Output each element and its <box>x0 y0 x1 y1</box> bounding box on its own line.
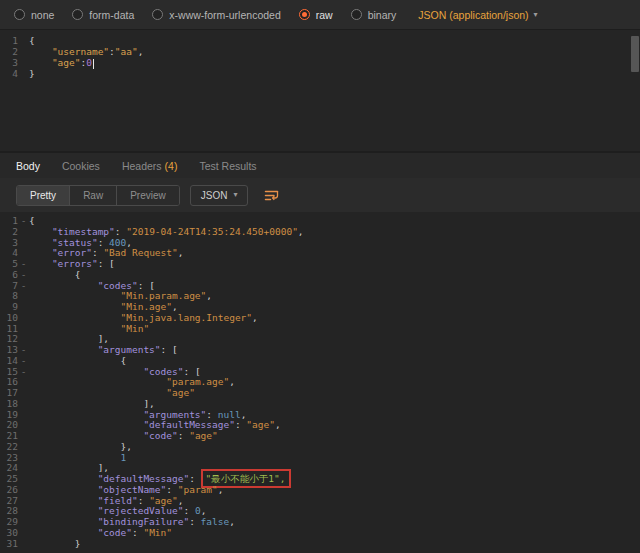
code-token: , <box>172 301 178 312</box>
code-token <box>29 290 121 301</box>
code-token: : <box>92 247 103 258</box>
code-token: , <box>201 505 207 516</box>
code-token: "defaultMessage" <box>143 419 235 430</box>
body-type-raw[interactable]: raw <box>299 9 333 21</box>
code-token <box>29 269 75 280</box>
code-token: "age" <box>189 430 218 441</box>
fold-gutter <box>18 291 29 302</box>
radio-icon <box>152 9 163 20</box>
fold-toggle-icon[interactable]: - <box>18 281 29 292</box>
code-token: 1 <box>121 452 127 463</box>
code-token: "Min.param.age" <box>121 290 207 301</box>
fold-gutter <box>18 496 29 507</box>
line-number: 31 <box>0 539 18 550</box>
body-type-form-data[interactable]: form-data <box>72 9 134 21</box>
fold-toggle-icon[interactable]: - <box>18 367 29 378</box>
language-dropdown[interactable]: JSON ▾ <box>190 185 249 206</box>
code-token: "param" <box>178 484 218 495</box>
code-token: "age" <box>52 57 81 68</box>
code-token: "arguments" <box>98 344 161 355</box>
wrap-lines-icon[interactable] <box>260 187 283 204</box>
code-token <box>29 495 98 506</box>
code-token: , <box>229 516 235 527</box>
response-toolbar: Pretty Raw Preview JSON ▾ <box>0 178 640 212</box>
code-token: "arguments" <box>143 409 206 420</box>
tab-body[interactable]: Body <box>16 160 40 172</box>
radio-dot <box>302 12 307 17</box>
response-body-viewer[interactable]: 1-{2 "timestamp": "2019-04-24T14:35:24.4… <box>0 212 640 553</box>
code-token <box>29 344 98 355</box>
fold-gutter <box>18 420 29 431</box>
code-token: : [ <box>183 366 200 377</box>
code-token: "age" <box>246 419 275 430</box>
code-token <box>29 323 121 334</box>
response-tabs: Body Cookies Headers(4) Test Results <box>0 151 640 178</box>
code-line: 3 "age":0 <box>0 57 640 68</box>
code-token: : <box>132 527 143 538</box>
request-body-editor[interactable]: 1{2 "username":"aa",3 "age":04} <box>0 30 640 151</box>
fold-gutter <box>18 442 29 453</box>
view-raw-button[interactable]: Raw <box>70 186 117 205</box>
radio-icon <box>351 9 362 20</box>
code-text: "errors": [ <box>29 259 640 270</box>
code-token: , <box>178 495 184 506</box>
code-line: 4} <box>0 68 640 79</box>
fold-gutter <box>18 302 29 313</box>
code-token: , <box>218 484 224 495</box>
fold-gutter <box>18 410 29 421</box>
body-type-label: binary <box>368 9 397 21</box>
fold-toggle-icon[interactable]: - <box>18 356 29 367</box>
line-number: 26 <box>0 485 18 496</box>
view-pretty-button[interactable]: Pretty <box>17 186 70 205</box>
fold-gutter <box>18 68 29 79</box>
code-token: "Min.java.lang.Integer" <box>121 312 253 323</box>
code-token <box>29 430 143 441</box>
tab-headers[interactable]: Headers(4) <box>122 160 178 172</box>
code-token <box>29 226 52 237</box>
radio-icon <box>299 9 310 20</box>
line-number: 30 <box>0 528 18 539</box>
code-token: "error" <box>52 247 92 258</box>
chevron-down-icon: ▾ <box>233 191 237 199</box>
code-token: "age" <box>149 495 178 506</box>
code-token: "code" <box>143 430 177 441</box>
content-type-selector[interactable]: JSON (application/json) ▾ <box>418 9 537 21</box>
body-type-label: x-www-form-urlencoded <box>169 9 280 21</box>
tab-cookies[interactable]: Cookies <box>62 160 100 172</box>
code-token: { <box>121 355 127 366</box>
code-token: ], <box>143 398 154 409</box>
chevron-down-icon: ▾ <box>534 11 538 19</box>
fold-gutter <box>18 238 29 249</box>
fold-toggle-icon[interactable]: - <box>18 216 29 227</box>
radio-dot <box>354 12 359 17</box>
code-token <box>29 280 98 291</box>
code-token: "codes" <box>143 366 183 377</box>
code-token <box>29 516 98 527</box>
code-token: , <box>252 312 258 323</box>
code-token <box>29 419 143 430</box>
fold-toggle-icon[interactable]: - <box>18 270 29 281</box>
code-token <box>29 441 121 452</box>
code-text: "Min" <box>29 324 640 335</box>
tab-test-results[interactable]: Test Results <box>199 160 256 172</box>
request-editor-scrollbar[interactable] <box>631 36 639 72</box>
code-token: } <box>75 538 81 549</box>
code-token <box>29 538 75 549</box>
code-token: "codes" <box>98 280 138 291</box>
body-type-binary[interactable]: binary <box>351 9 397 21</box>
code-line: 2 "username":"aa", <box>0 46 640 57</box>
code-token: "errors" <box>52 258 98 269</box>
body-type-label: none <box>31 9 54 21</box>
code-token <box>29 366 143 377</box>
tab-headers-label: Headers <box>122 160 162 172</box>
view-preview-button[interactable]: Preview <box>117 186 179 205</box>
code-token: , <box>241 409 247 420</box>
body-type-x-www-form-urlencoded[interactable]: x-www-form-urlencoded <box>152 9 280 21</box>
fold-gutter <box>18 463 29 474</box>
radio-icon <box>72 9 83 20</box>
language-label: JSON <box>201 190 228 201</box>
body-type-none[interactable]: none <box>14 9 54 21</box>
code-token <box>29 333 98 344</box>
code-token: false <box>201 516 230 527</box>
body-type-label: raw <box>316 9 333 21</box>
